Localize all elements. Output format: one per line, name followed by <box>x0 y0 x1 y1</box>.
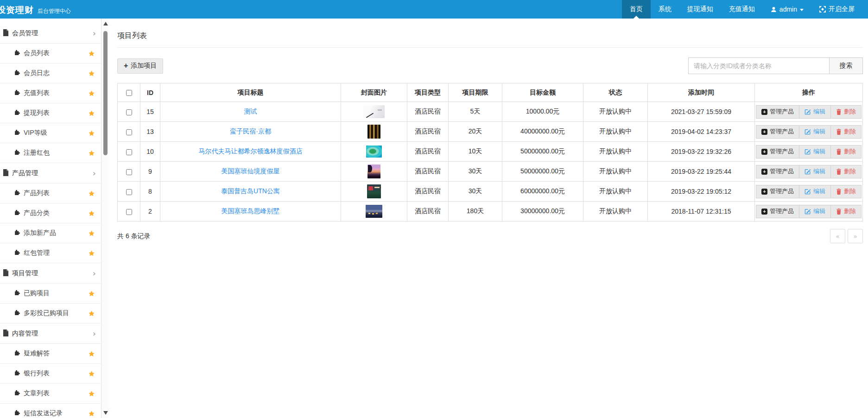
nav-item-home[interactable]: 首页 <box>622 0 651 19</box>
star-icon[interactable] <box>88 70 95 77</box>
manage-products-button[interactable]: 管理产品 <box>756 185 799 198</box>
delete-button[interactable]: 删除 <box>830 205 862 218</box>
project-title-link[interactable]: 美国塞班岛思峰别墅 <box>222 207 280 215</box>
row-checkbox[interactable] <box>126 109 132 115</box>
nav-item-recharge-notice[interactable]: 充值通知 <box>721 0 763 19</box>
select-all-checkbox[interactable] <box>126 90 132 96</box>
sidebar-section[interactable]: 产品管理 › <box>0 163 101 184</box>
manage-products-button[interactable]: 管理产品 <box>756 145 799 158</box>
row-checkbox[interactable] <box>126 209 132 215</box>
delete-button[interactable]: 删除 <box>830 125 862 139</box>
sidebar-item[interactable]: 产品列表 <box>0 184 101 203</box>
chevron-right-icon: › <box>93 270 96 277</box>
nav-item-withdraw-notice[interactable]: 提现通知 <box>679 0 721 19</box>
scroll-up-arrow-icon[interactable] <box>103 22 108 25</box>
sidebar-item[interactable]: 产品分类 <box>0 203 101 223</box>
sidebar-item[interactable]: 文章列表 <box>0 384 101 404</box>
edit-label: 编辑 <box>813 187 825 196</box>
column-header-cover: 封面图片 <box>341 83 407 102</box>
pager-prev-button[interactable]: « <box>830 229 845 243</box>
star-icon[interactable] <box>88 110 95 117</box>
sidebar-section[interactable]: 内容管理 › <box>0 323 101 344</box>
manage-products-button[interactable]: 管理产品 <box>756 125 799 139</box>
delete-button[interactable]: 删除 <box>830 145 862 158</box>
scroll-down-arrow-icon[interactable] <box>103 411 108 415</box>
project-type: 酒店民宿 <box>407 102 449 122</box>
star-icon[interactable] <box>88 210 95 217</box>
added-time: 2019-03-22 19:32:26 <box>648 142 755 162</box>
star-icon[interactable] <box>88 150 95 157</box>
star-icon[interactable] <box>88 370 95 377</box>
search-input[interactable] <box>688 57 830 74</box>
sidebar-item[interactable]: 银行列表 <box>0 364 101 384</box>
add-project-label: 添加项目 <box>131 62 157 70</box>
star-icon[interactable] <box>88 250 95 257</box>
edit-button[interactable]: 编辑 <box>799 185 831 198</box>
sidebar-item[interactable]: 会员列表 <box>0 44 101 63</box>
sidebar-item[interactable]: 添加新产品 <box>0 223 101 243</box>
pager-next-button[interactable]: » <box>848 229 863 243</box>
project-title-link[interactable]: 泰国普吉岛UTN公寓 <box>221 187 280 195</box>
row-checkbox[interactable] <box>126 169 132 175</box>
sidebar-item[interactable]: 注册红包 <box>0 143 101 163</box>
project-title-link[interactable]: 测试 <box>244 108 257 115</box>
star-icon[interactable] <box>88 390 95 397</box>
star-icon[interactable] <box>88 190 95 197</box>
puzzle-icon <box>14 129 20 137</box>
row-checkbox[interactable] <box>126 189 132 195</box>
trash-icon <box>836 169 842 175</box>
sidebar-item[interactable]: VIP等级 <box>0 123 101 143</box>
star-icon[interactable] <box>88 350 95 357</box>
scrollbar-thumb[interactable] <box>103 31 108 155</box>
fullscreen-button[interactable]: 开启全屏 <box>811 0 862 19</box>
edit-button[interactable]: 编辑 <box>799 125 831 139</box>
star-icon[interactable] <box>88 50 95 57</box>
search-button[interactable]: 搜索 <box>830 57 863 74</box>
star-icon[interactable] <box>88 90 95 97</box>
puzzle-icon <box>14 109 20 117</box>
record-count: 共 6 条记录 <box>117 232 151 241</box>
caret-down-icon <box>800 9 804 11</box>
sidebar-item[interactable]: 多彩投已购项目 <box>0 304 101 323</box>
sidebar-item[interactable]: 短信发送记录 <box>0 404 101 418</box>
manage-products-button[interactable]: 管理产品 <box>756 165 799 178</box>
sidebar-item[interactable]: 疑难解答 <box>0 344 101 364</box>
manage-products-button[interactable]: 管理产品 <box>756 105 799 119</box>
edit-button[interactable]: 编辑 <box>799 145 831 158</box>
edit-button[interactable]: 编辑 <box>799 165 831 178</box>
status-text: 开放认购中 <box>583 162 648 182</box>
row-select-cell <box>118 102 140 122</box>
sidebar-item[interactable]: 提现列表 <box>0 103 101 123</box>
puzzle-icon <box>14 370 20 377</box>
column-header-type: 项目类型 <box>407 83 449 102</box>
edit-button[interactable]: 编辑 <box>799 205 831 218</box>
sidebar-section[interactable]: 项目管理 › <box>0 263 101 284</box>
delete-button[interactable]: 删除 <box>830 105 862 119</box>
star-icon[interactable] <box>88 230 95 237</box>
nav-item-system[interactable]: 系统 <box>651 0 679 19</box>
manage-products-label: 管理产品 <box>770 167 794 176</box>
delete-button[interactable]: 删除 <box>830 165 862 178</box>
project-title-link[interactable]: 美国塞班仙境度假屋 <box>222 167 280 175</box>
table-row: 2 美国塞班岛思峰别墅 酒店民宿 180天 30000000.00元 开放认购中… <box>118 202 863 222</box>
star-icon[interactable] <box>88 290 95 297</box>
manage-products-button[interactable]: 管理产品 <box>756 205 799 218</box>
sidebar-item[interactable]: 充值列表 <box>0 83 101 103</box>
row-checkbox[interactable] <box>126 149 132 155</box>
add-project-button[interactable]: + 添加项目 <box>117 58 163 74</box>
star-icon[interactable] <box>88 310 95 317</box>
sidebar-item[interactable]: 会员日志 <box>0 63 101 83</box>
sidebar-item-label: 会员列表 <box>24 49 50 57</box>
project-title-link[interactable]: 蛮子民宿·京都 <box>230 127 271 135</box>
plus-icon: + <box>124 63 128 69</box>
row-checkbox[interactable] <box>126 129 132 135</box>
delete-button[interactable]: 删除 <box>830 185 862 198</box>
sidebar-item[interactable]: 已购项目 <box>0 284 101 304</box>
project-title-link[interactable]: 马尔代夫马让都希尔顿逸林度假酒店 <box>199 147 303 155</box>
star-icon[interactable] <box>88 130 95 137</box>
admin-dropdown[interactable]: admin <box>763 0 811 19</box>
star-icon[interactable] <box>88 410 95 417</box>
sidebar-item[interactable]: 红包管理 <box>0 243 101 263</box>
edit-button[interactable]: 编辑 <box>799 105 831 119</box>
sidebar-section[interactable]: 会员管理 › <box>0 23 101 44</box>
